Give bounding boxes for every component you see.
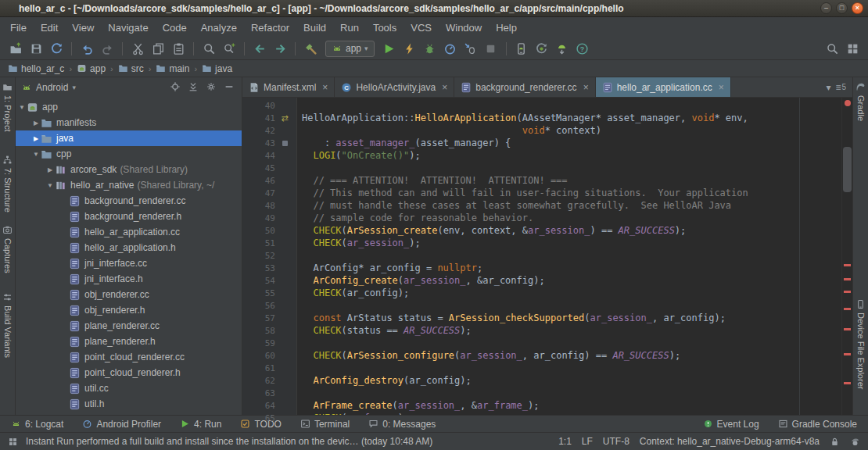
debug-button[interactable] — [421, 39, 439, 58]
breadcrumb-src[interactable]: src — [117, 62, 145, 75]
tool-button-7-structure[interactable]: 7: Structure — [2, 155, 13, 212]
caret-position[interactable]: 1:1 — [558, 436, 572, 447]
menu-item-build[interactable]: Build — [296, 20, 333, 36]
tree-item-app[interactable]: ▼app — [16, 99, 242, 115]
search-everywhere-button[interactable] — [823, 39, 841, 58]
error-stripe-mark[interactable] — [844, 278, 851, 280]
tree-item-hello-ar-application-cc[interactable]: hello_ar_application.cc — [16, 224, 242, 240]
hidden-tabs-chevron-icon[interactable]: ▾ — [826, 82, 830, 93]
tree-item-manifests[interactable]: ▶manifests — [16, 115, 242, 130]
help-button[interactable]: ? — [573, 39, 592, 58]
maximize-button[interactable]: □ — [836, 2, 848, 14]
tab-close-icon[interactable]: × — [322, 82, 328, 93]
code-area[interactable]: HelloArApplication::HelloArApplication(A… — [297, 98, 841, 415]
attach-debugger-button[interactable] — [461, 39, 480, 58]
tree-item-jni-interface-h[interactable]: jni_interface.h — [16, 271, 242, 287]
menu-item-code[interactable]: Code — [156, 20, 194, 36]
tool-button-gradle[interactable]: Gradle — [855, 82, 866, 121]
avd-manager-button[interactable] — [512, 39, 531, 58]
breadcrumb-hello-ar-c[interactable]: hello_ar_c — [6, 62, 66, 75]
menu-item-help[interactable]: Help — [489, 20, 524, 36]
tree-item-obj-renderer-cc[interactable]: obj_renderer.cc — [16, 287, 242, 302]
gradle-sync-button[interactable] — [533, 39, 551, 58]
breadcrumb-java[interactable]: java — [200, 62, 234, 75]
tab-background-renderer-cc[interactable]: background_renderer.cc× — [454, 77, 595, 97]
build-button[interactable] — [301, 39, 320, 58]
line-separator[interactable]: LF — [582, 436, 593, 447]
tool-button-terminal[interactable]: Terminal — [294, 419, 356, 430]
error-stripe-mark[interactable] — [844, 308, 851, 310]
error-stripe-mark[interactable] — [844, 264, 851, 266]
menu-item-edit[interactable]: Edit — [34, 20, 65, 36]
tree-expand-arrow-icon[interactable]: ▶ — [31, 120, 41, 127]
forward-button[interactable] — [271, 39, 289, 58]
tool-button-device-file-explorer[interactable]: Device File Explorer — [855, 299, 866, 389]
tab-helloaractivity-java[interactable]: CHelloArActivity.java× — [335, 77, 454, 97]
menu-item-run[interactable]: Run — [333, 20, 366, 36]
sync-button[interactable] — [47, 39, 66, 58]
tree-item-util-h[interactable]: util.h — [16, 396, 242, 412]
tab-manifest-xml[interactable]: Manifest.xml× — [242, 77, 335, 97]
tool-button-android-profiler[interactable]: Android Profiler — [76, 419, 167, 430]
tree-item-point-cloud-renderer-h[interactable]: point_cloud_renderer.h — [16, 365, 242, 380]
open-button[interactable] — [6, 39, 25, 58]
redo-button[interactable] — [98, 39, 117, 58]
layout-grid-button[interactable] — [843, 39, 862, 58]
copy-button[interactable] — [149, 39, 167, 58]
tool-button-build-variants[interactable]: Build Variants — [2, 292, 13, 358]
tab-close-icon[interactable]: × — [583, 82, 589, 93]
tree-item-java[interactable]: ▶java — [16, 130, 242, 146]
replace-button[interactable] — [220, 39, 239, 58]
cut-button[interactable] — [128, 39, 147, 58]
error-stripe-mark[interactable] — [844, 291, 851, 293]
tree-expand-arrow-icon[interactable]: ▼ — [31, 151, 41, 158]
apply-changes-button[interactable] — [400, 39, 419, 58]
profile-button[interactable] — [441, 39, 460, 58]
menu-item-tools[interactable]: Tools — [366, 20, 404, 36]
close-button[interactable]: × — [852, 2, 863, 14]
project-view-selector[interactable]: Android — [36, 82, 68, 93]
error-stripe-mark[interactable] — [844, 353, 851, 355]
tree-item-hello-ar-native[interactable]: ▼hello_ar_native (Shared Library, ~/ — [16, 177, 242, 193]
collapse-all-button[interactable] — [188, 81, 200, 94]
tree-item-background-renderer-h[interactable]: background_renderer.h — [16, 209, 242, 224]
tree-expand-arrow-icon[interactable]: ▶ — [31, 135, 41, 142]
breadcrumb-app[interactable]: app — [75, 62, 107, 75]
minimize-button[interactable]: – — [820, 2, 832, 14]
tree-expand-arrow-icon[interactable]: ▶ — [45, 166, 55, 173]
find-button[interactable] — [199, 39, 218, 58]
tool-button-4-run[interactable]: 4: Run — [174, 419, 228, 430]
hector-icon[interactable] — [850, 437, 860, 447]
tree-expand-arrow-icon[interactable]: ▼ — [45, 182, 55, 189]
menu-item-file[interactable]: File — [3, 20, 34, 36]
menu-item-navigate[interactable]: Navigate — [101, 20, 155, 36]
menu-item-vcs[interactable]: VCS — [404, 20, 439, 36]
tree-item-hello-ar-application-h[interactable]: hello_ar_application.h — [16, 240, 242, 255]
tree-item-plane-renderer-cc[interactable]: plane_renderer.cc — [16, 318, 242, 334]
tree-item-util-cc[interactable]: util.cc — [16, 380, 242, 396]
tree-item-cpp[interactable]: ▼cpp — [16, 146, 242, 162]
paste-button[interactable] — [169, 39, 188, 58]
error-stripe-mark[interactable] — [844, 328, 851, 330]
tree-item-point-cloud-renderer-cc[interactable]: point_cloud_renderer.cc — [16, 349, 242, 365]
menu-item-view[interactable]: View — [65, 20, 101, 36]
editor-scrollbar-thumb[interactable] — [843, 147, 852, 192]
hide-panel-button[interactable] — [224, 81, 236, 94]
sdk-manager-button[interactable] — [553, 39, 572, 58]
settings-gear-button[interactable] — [206, 81, 218, 94]
breadcrumb-main[interactable]: main — [154, 62, 191, 75]
editor[interactable]: 4041⇄42434445464748495051525354555657585… — [242, 98, 852, 415]
tool-button-0-messages[interactable]: 0: Messages — [362, 419, 442, 430]
tool-button-gradle-console[interactable]: Gradle Console — [772, 419, 863, 430]
run-button[interactable] — [380, 39, 399, 58]
save-all-button[interactable] — [27, 39, 45, 58]
run-config-select[interactable]: app▾ — [325, 41, 375, 57]
tab-close-icon[interactable]: × — [719, 82, 724, 93]
tool-button-event-log[interactable]: Event Log — [697, 419, 766, 430]
editor-tabs-list-icon[interactable]: ≡5 — [835, 82, 846, 93]
menu-item-refactor[interactable]: Refactor — [244, 20, 296, 36]
tree-item-plane-renderer-h[interactable]: plane_renderer.h — [16, 334, 242, 349]
locate-button[interactable] — [170, 81, 182, 94]
error-stripe[interactable] — [841, 98, 852, 415]
tree-item-arcore-sdk[interactable]: ▶arcore_sdk (Shared Library) — [16, 162, 242, 177]
